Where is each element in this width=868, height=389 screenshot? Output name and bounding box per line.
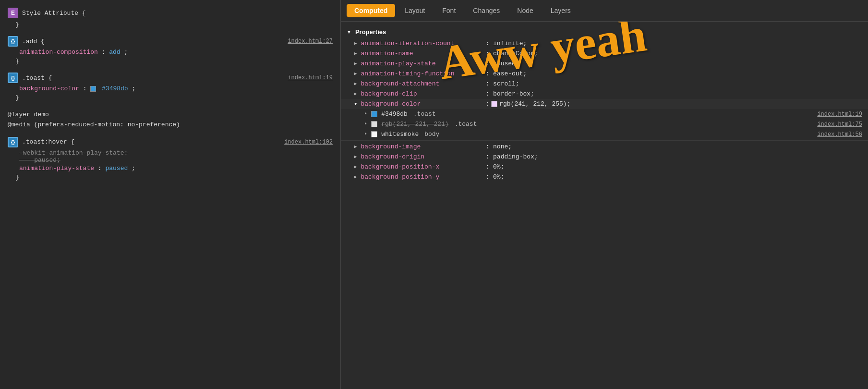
tab-computed[interactable]: Computed bbox=[347, 4, 395, 17]
toast-rule-title: {} .toast { bbox=[8, 73, 52, 83]
row-animation-timing-function[interactable]: ▶ animation-timing-function : ease-out; bbox=[341, 69, 868, 79]
toast-prop-colon: : bbox=[83, 85, 91, 92]
toast-rule-header: {} .toast { index.html:19 bbox=[8, 73, 333, 83]
val-background-attachment: : scroll; bbox=[485, 80, 519, 87]
tab-changes[interactable]: Changes bbox=[465, 4, 507, 17]
prop-animation-iteration-count: animation-iteration-count bbox=[361, 40, 485, 47]
val-background-color: : bbox=[485, 100, 489, 108]
sub-entry-white: • whitesmoke body index.html:56 bbox=[341, 129, 868, 139]
bullet-white: • bbox=[364, 131, 367, 138]
sub-entry-lt-gray: • rgb(221, 221, 221) .toast index.html:7… bbox=[341, 119, 868, 129]
prop-background-color: background-color bbox=[361, 100, 485, 108]
toast-prop-semi: ; bbox=[132, 85, 135, 92]
webkit-play-state: -webkit-animation-play-state: paused; bbox=[19, 149, 128, 164]
bullet-lt-gray: • bbox=[364, 121, 367, 128]
styles-panel: E Style Attribute { } {} .add { index.ht… bbox=[0, 0, 341, 389]
toast-hover-block: {} .toast:hover { index.html:102 -webkit… bbox=[0, 134, 340, 185]
row-background-attachment[interactable]: ▶ background-attachment : scroll; bbox=[341, 79, 868, 89]
sub-val-white: whitesmoke bbox=[381, 131, 419, 138]
toast-hover-prop-value: paused bbox=[105, 165, 128, 172]
sub-file-toast-19[interactable]: index.html:19 bbox=[817, 111, 862, 118]
add-selector: .add { bbox=[22, 38, 45, 45]
computed-content: ▼ Properties ▶ animation-iteration-count… bbox=[341, 22, 868, 389]
tri-background-origin: ▶ bbox=[354, 154, 357, 159]
style-attr-block: E Style Attribute { } bbox=[0, 5, 340, 32]
properties-section-header[interactable]: ▼ Properties bbox=[341, 25, 868, 38]
row-background-position-y[interactable]: ▶ background-position-y : 0%; bbox=[341, 172, 868, 182]
tri-animation-timing: ▶ bbox=[354, 71, 357, 76]
prop-animation-play-state: animation-play-state bbox=[361, 60, 485, 67]
closing-brace-2: } bbox=[8, 93, 333, 102]
sub-sel-toast: .toast bbox=[413, 110, 436, 118]
layer-text-2: @media (prefers-reduced-motion: no-prefe… bbox=[8, 120, 333, 130]
row-background-image[interactable]: ▶ background-image : none; bbox=[341, 142, 868, 152]
swatch-blue[interactable] bbox=[371, 111, 377, 117]
prop-background-position-y: background-position-y bbox=[361, 173, 485, 181]
tri-animation-iteration: ▶ bbox=[354, 41, 357, 46]
prop-background-image: background-image bbox=[361, 143, 485, 150]
computed-panel: Computed Layout Font Changes Node Layers… bbox=[341, 0, 868, 389]
sub-sel-body: body bbox=[424, 131, 439, 138]
toast-rule-block: {} .toast { index.html:19 background-col… bbox=[0, 70, 340, 105]
add-file-link[interactable]: index.html:27 bbox=[288, 38, 333, 45]
toast-color-swatch[interactable] bbox=[90, 86, 96, 92]
layer-text-1: @layer demo bbox=[8, 110, 333, 120]
row-animation-name[interactable]: ▶ animation-name : changeColor; bbox=[341, 49, 868, 59]
toast-hover-colon: : bbox=[98, 165, 106, 172]
tri-background-position-x: ▶ bbox=[354, 164, 357, 170]
val-background-clip: : border-box; bbox=[485, 90, 534, 97]
swatch-white[interactable] bbox=[371, 131, 377, 137]
closing-brace-1: } bbox=[8, 57, 333, 66]
add-rule-header: {} .add { index.html:27 bbox=[8, 36, 333, 47]
add-rule-block: {} .add { index.html:27 animation-compos… bbox=[0, 33, 340, 69]
add-prop-name: animation-composition bbox=[19, 49, 98, 56]
element-badge: E bbox=[8, 8, 18, 18]
tab-layers[interactable]: Layers bbox=[543, 4, 579, 17]
closing-brace-0: } bbox=[8, 20, 333, 29]
val-animation-timing-function: : ease-out; bbox=[485, 70, 527, 77]
toast-prop-1: background-color : #3498db ; bbox=[8, 85, 333, 92]
row-animation-iteration-count[interactable]: ▶ animation-iteration-count : infinite; bbox=[341, 38, 868, 49]
toast-hover-prop-name: animation-play-state bbox=[19, 165, 94, 172]
add-prop-colon: : bbox=[102, 49, 109, 56]
toast-prop-value: #3498db bbox=[102, 85, 128, 92]
tab-font[interactable]: Font bbox=[434, 4, 463, 17]
toast-hover-prop-1: -webkit-animation-play-state: paused; bbox=[8, 149, 333, 164]
tab-node[interactable]: Node bbox=[509, 4, 541, 17]
bullet-blue: • bbox=[364, 111, 367, 118]
swatch-lt-gray[interactable] bbox=[371, 121, 377, 127]
tri-background-clip: ▶ bbox=[354, 91, 357, 97]
toast-selector: .toast { bbox=[22, 74, 52, 82]
row-animation-play-state[interactable]: ▶ animation-play-state : paused; bbox=[341, 59, 868, 69]
add-prop-value: add bbox=[109, 49, 120, 56]
val-background-color-rgb: rgb(241, 212, 255); bbox=[499, 100, 570, 108]
toast-prop-name: background-color bbox=[19, 85, 79, 92]
prop-animation-name: animation-name bbox=[361, 50, 485, 57]
prop-animation-timing-function: animation-timing-function bbox=[361, 70, 485, 77]
rule-badge-toast-hover: {} bbox=[8, 137, 18, 147]
toast-file-link[interactable]: index.html:19 bbox=[288, 74, 333, 81]
row-background-position-x[interactable]: ▶ background-position-x : 0%; bbox=[341, 162, 868, 172]
tab-layout[interactable]: Layout bbox=[397, 4, 433, 17]
row-background-origin[interactable]: ▶ background-origin : padding-box; bbox=[341, 152, 868, 162]
val-animation-play-state: : paused; bbox=[485, 60, 519, 67]
sub-val-blue: #3498db bbox=[381, 110, 408, 118]
swatch-background-color[interactable] bbox=[491, 101, 497, 107]
val-background-image: : none; bbox=[485, 143, 512, 150]
sub-file-toast-75[interactable]: index.html:75 bbox=[817, 121, 862, 128]
tri-background-image: ▶ bbox=[354, 144, 357, 149]
tabs-bar: Computed Layout Font Changes Node Layers bbox=[341, 0, 868, 22]
properties-triangle: ▼ bbox=[347, 29, 351, 35]
sub-file-body-56[interactable]: index.html:56 bbox=[817, 131, 862, 138]
layer-block: @layer demo @media (prefers-reduced-moti… bbox=[0, 106, 340, 134]
row-background-color[interactable]: ▼ background-color : rgb(241, 212, 255); bbox=[341, 99, 868, 109]
divider-1 bbox=[341, 140, 868, 141]
val-animation-name: : changeColor; bbox=[485, 50, 538, 57]
prop-background-position-x: background-position-x bbox=[361, 163, 485, 170]
row-background-clip[interactable]: ▶ background-clip : border-box; bbox=[341, 89, 868, 99]
toast-hover-title: {} .toast:hover { bbox=[8, 137, 74, 147]
style-attr-selector: Style Attribute { bbox=[22, 10, 86, 17]
prop-background-clip: background-clip bbox=[361, 90, 485, 97]
toast-hover-file-link[interactable]: index.html:102 bbox=[284, 139, 333, 146]
tri-background-color: ▼ bbox=[354, 102, 357, 107]
